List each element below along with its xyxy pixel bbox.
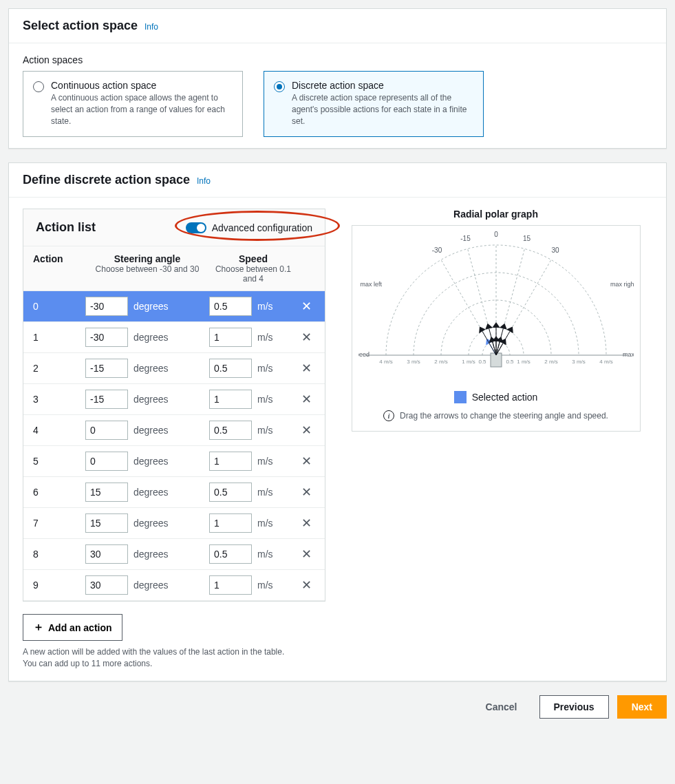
action-space-options: Continuous action space A continuous act… [23, 71, 652, 137]
option-title: Discrete action space [292, 80, 473, 91]
th-speed: Speed [209, 253, 297, 264]
action-row[interactable]: 9degreesm/s✕ [23, 570, 325, 601]
row-index: 7 [33, 518, 85, 529]
unit-degrees: degrees [133, 580, 169, 591]
radio-icon [274, 81, 285, 92]
action-spaces-label: Action spaces [23, 54, 652, 65]
action-row[interactable]: 5degreesm/s✕ [23, 446, 325, 477]
radial-title: Radial polar graph [339, 209, 652, 220]
steering-input[interactable] [85, 575, 128, 595]
svg-marker-45 [506, 327, 513, 334]
delete-row-icon[interactable]: ✕ [301, 454, 312, 468]
row-index: 2 [33, 363, 85, 374]
steering-input[interactable] [85, 513, 128, 533]
row-index: 6 [33, 487, 85, 498]
speed-input[interactable] [209, 452, 252, 471]
panel-title: Define discrete action space [23, 173, 190, 187]
action-rows: 0degreesm/s✕1degreesm/s✕2degreesm/s✕3deg… [23, 291, 325, 601]
steering-input[interactable] [85, 359, 128, 378]
next-button[interactable]: Next [617, 695, 667, 719]
steering-input[interactable] [85, 452, 128, 471]
action-row[interactable]: 0degreesm/s✕ [23, 291, 325, 322]
action-row[interactable]: 4degreesm/s✕ [23, 415, 325, 446]
info-link[interactable]: Info [197, 176, 211, 186]
steering-input[interactable] [85, 421, 128, 440]
th-action: Action [33, 253, 63, 264]
speed-input[interactable] [209, 359, 252, 378]
panel-header: Define discrete action space Info [9, 163, 666, 198]
advanced-config-toggle[interactable]: Advanced configuration [186, 222, 312, 233]
delete-row-icon[interactable]: ✕ [301, 547, 312, 561]
action-row[interactable]: 6degreesm/s✕ [23, 477, 325, 508]
svg-text:0.5: 0.5 [506, 359, 514, 365]
cancel-button[interactable]: Cancel [472, 696, 531, 718]
info-link[interactable]: Info [144, 22, 158, 32]
option-discrete[interactable]: Discrete action space A discrete action … [264, 71, 484, 137]
option-desc: A continuous action space allows the age… [51, 92, 233, 127]
unit-degrees: degrees [133, 456, 169, 467]
svg-text:3 m/s: 3 m/s [572, 359, 586, 365]
steering-input[interactable] [85, 390, 128, 409]
option-title: Continuous action space [51, 80, 233, 91]
svg-line-44 [496, 332, 510, 356]
action-row[interactable]: 3degreesm/s✕ [23, 384, 325, 415]
svg-text:max speed: max speed [623, 351, 634, 358]
unit-ms: m/s [257, 363, 273, 374]
delete-row-icon[interactable]: ✕ [301, 330, 312, 344]
radial-polar-graph[interactable]: 015-1530-30max leftmax rightmax speedmax… [358, 231, 634, 383]
radial-graph-box: 015-1530-30max leftmax rightmax speedmax… [352, 225, 641, 432]
svg-text:2 m/s: 2 m/s [434, 359, 448, 365]
plus-icon: ＋ [33, 620, 44, 635]
toggle-icon [186, 222, 206, 233]
action-row[interactable]: 8degreesm/s✕ [23, 539, 325, 570]
delete-row-icon[interactable]: ✕ [301, 299, 312, 313]
unit-ms: m/s [257, 487, 273, 498]
svg-line-28 [482, 332, 496, 356]
add-action-button[interactable]: ＋ Add an action [23, 614, 122, 641]
speed-input[interactable] [209, 297, 252, 316]
unit-ms: m/s [257, 332, 273, 343]
action-row[interactable]: 2degreesm/s✕ [23, 353, 325, 384]
delete-row-icon[interactable]: ✕ [301, 361, 312, 375]
row-index: 4 [33, 425, 85, 436]
speed-input[interactable] [209, 544, 252, 564]
steering-input[interactable] [85, 483, 128, 502]
speed-input[interactable] [209, 421, 252, 440]
panel-body: Action spaces Continuous action space A … [9, 43, 666, 148]
delete-row-icon[interactable]: ✕ [301, 423, 312, 437]
steering-input[interactable] [85, 544, 128, 564]
unit-ms: m/s [257, 456, 273, 467]
action-row[interactable]: 7degreesm/s✕ [23, 508, 325, 539]
helper-text: A new action will be added with the valu… [23, 646, 325, 670]
steering-input[interactable] [85, 297, 128, 316]
speed-input[interactable] [209, 483, 252, 502]
panel-title: Select action space [23, 19, 138, 32]
unit-degrees: degrees [133, 332, 169, 343]
unit-ms: m/s [257, 518, 273, 529]
unit-degrees: degrees [133, 394, 169, 405]
steering-input[interactable] [85, 328, 128, 347]
legend-color-box [454, 391, 467, 403]
svg-text:0.5: 0.5 [478, 359, 486, 365]
speed-input[interactable] [209, 575, 252, 595]
delete-row-icon[interactable]: ✕ [301, 516, 312, 530]
unit-degrees: degrees [133, 549, 169, 560]
option-continuous[interactable]: Continuous action space A continuous act… [23, 71, 243, 137]
legend: Selected action [454, 391, 538, 403]
action-list-title: Action list [36, 220, 96, 235]
speed-input[interactable] [209, 513, 252, 533]
delete-row-icon[interactable]: ✕ [301, 578, 312, 592]
action-list-card: Action list Advanced configuration Actio… [23, 209, 325, 602]
previous-button[interactable]: Previous [539, 695, 609, 719]
action-row[interactable]: 1degreesm/s✕ [23, 322, 325, 353]
speed-input[interactable] [209, 390, 252, 409]
svg-text:1 m/s: 1 m/s [462, 359, 475, 365]
action-list-header: Action list Advanced configuration [23, 209, 325, 246]
delete-row-icon[interactable]: ✕ [301, 392, 312, 406]
add-action-label: Add an action [48, 622, 112, 633]
row-index: 8 [33, 549, 85, 560]
speed-input[interactable] [209, 328, 252, 347]
row-index: 9 [33, 580, 85, 591]
svg-marker-29 [479, 327, 486, 334]
delete-row-icon[interactable]: ✕ [301, 485, 312, 499]
